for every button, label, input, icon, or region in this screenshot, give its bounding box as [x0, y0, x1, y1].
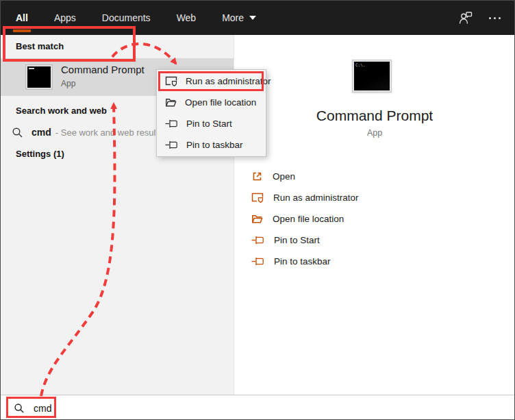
folder-icon: [251, 213, 263, 225]
best-match-app-type: App: [61, 79, 145, 88]
action-pin-to-taskbar[interactable]: Pin to taskbar: [251, 251, 359, 272]
menu-item-label: Pin to Start: [186, 119, 232, 129]
menu-item-label: Pin to taskbar: [186, 140, 243, 150]
preview-app-type: App: [234, 128, 515, 138]
feedback-user-icon[interactable]: [457, 10, 474, 26]
search-icon: [12, 127, 23, 138]
preview-panel: C:\. Command Prompt App Open: [234, 35, 515, 395]
action-pin-to-start[interactable]: Pin to Start: [251, 230, 359, 251]
search-web-heading: Search work and web: [16, 106, 107, 116]
search-bar[interactable]: cmd: [1, 395, 515, 420]
best-match-app-name: Command Prompt: [61, 64, 145, 75]
pin-icon: [165, 140, 178, 149]
web-search-suffix: - See work and web results: [55, 127, 163, 138]
menu-item-open-file-location[interactable]: Open file location: [157, 92, 266, 113]
menu-item-pin-to-taskbar[interactable]: Pin to taskbar: [157, 134, 266, 156]
tab-more-label: More: [222, 12, 244, 23]
web-search-query: cmd: [32, 127, 51, 138]
command-prompt-icon: [25, 64, 53, 90]
tab-apps-label: Apps: [54, 12, 76, 23]
terminal-prompt-text: C:\.: [355, 62, 365, 67]
tab-web[interactable]: Web: [177, 1, 197, 35]
action-open[interactable]: Open: [251, 166, 359, 187]
context-menu: Run as administrator Open file location …: [156, 69, 266, 157]
menu-item-pin-to-start[interactable]: Pin to Start: [157, 113, 266, 134]
annotation-box-command-prompt: [3, 26, 136, 62]
folder-icon: [165, 97, 177, 108]
action-pin-to-taskbar-label: Pin to taskbar: [274, 256, 331, 267]
run-as-administrator-icon: [251, 192, 264, 203]
action-run-as-administrator[interactable]: Run as administrator: [251, 187, 359, 208]
tab-more[interactable]: More: [222, 1, 256, 35]
more-options-icon[interactable]: [489, 17, 501, 19]
windows-search-panel: All Apps Documents Web More Best match: [0, 0, 515, 420]
settings-heading: Settings (1): [16, 149, 64, 159]
chevron-down-icon: [249, 16, 256, 20]
annotation-box-search-query: [6, 397, 56, 418]
annotation-box-run-as-administrator: [158, 71, 264, 91]
action-pin-to-start-label: Pin to Start: [274, 235, 320, 245]
action-open-file-location[interactable]: Open file location: [251, 208, 359, 230]
command-prompt-icon-large: C:\.: [352, 60, 392, 92]
pin-icon: [165, 119, 178, 128]
pin-icon: [251, 257, 264, 266]
open-launch-icon: [251, 171, 263, 182]
preview-app-name: Command Prompt: [234, 108, 515, 124]
menu-item-label: Open file location: [185, 97, 256, 108]
action-open-file-location-label: Open file location: [273, 214, 344, 224]
action-run-admin-label: Run as administrator: [273, 193, 359, 203]
tab-documents-label: Documents: [102, 12, 151, 23]
action-open-label: Open: [273, 171, 295, 182]
app-actions-list: Open Run as administrator: [251, 166, 359, 272]
tab-web-label: Web: [177, 12, 197, 23]
tab-all-label: All: [16, 12, 28, 23]
pin-icon: [251, 236, 264, 245]
